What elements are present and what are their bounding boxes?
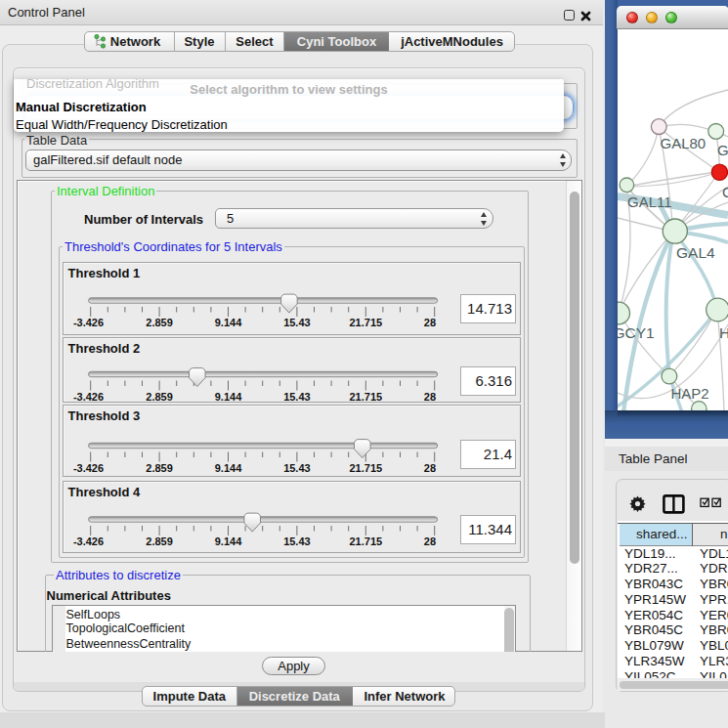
svg-text:9.144: 9.144 xyxy=(214,317,241,328)
svg-text:GA: GA xyxy=(717,142,728,158)
svg-text:15.43: 15.43 xyxy=(283,391,311,403)
svg-text:GAL4: GAL4 xyxy=(676,244,715,261)
svg-text:H: H xyxy=(719,324,728,341)
svg-text:2.859: 2.859 xyxy=(146,317,173,328)
svg-text:15.43: 15.43 xyxy=(283,462,311,474)
svg-text:9.144: 9.144 xyxy=(214,391,241,403)
svg-text:GAL11: GAL11 xyxy=(627,193,672,210)
svg-text:28: 28 xyxy=(423,317,435,328)
svg-text:C: C xyxy=(722,184,728,200)
svg-text:21.715: 21.715 xyxy=(349,535,382,547)
svg-text:-3.426: -3.426 xyxy=(72,391,103,403)
svg-text:-3.426: -3.426 xyxy=(72,462,103,474)
svg-text:GAL80: GAL80 xyxy=(661,135,707,151)
svg-text:15.43: 15.43 xyxy=(283,317,311,328)
svg-text:9.144: 9.144 xyxy=(214,535,241,547)
svg-text:28: 28 xyxy=(423,535,435,547)
svg-text:15.43: 15.43 xyxy=(283,535,311,547)
svg-text:2.859: 2.859 xyxy=(146,391,173,403)
svg-text:HAP2: HAP2 xyxy=(671,385,709,402)
svg-text:9.144: 9.144 xyxy=(214,462,241,474)
svg-text:-3.426: -3.426 xyxy=(72,317,103,328)
svg-text:-3.426: -3.426 xyxy=(72,535,103,547)
svg-text:28: 28 xyxy=(423,462,435,474)
svg-text:21.715: 21.715 xyxy=(349,317,382,328)
svg-text:28: 28 xyxy=(423,391,435,403)
svg-text:21.715: 21.715 xyxy=(349,462,382,474)
svg-text:2.859: 2.859 xyxy=(146,462,173,474)
svg-text:2.859: 2.859 xyxy=(146,535,173,547)
svg-text:21.715: 21.715 xyxy=(349,391,382,403)
svg-text:GCY1: GCY1 xyxy=(618,324,655,341)
